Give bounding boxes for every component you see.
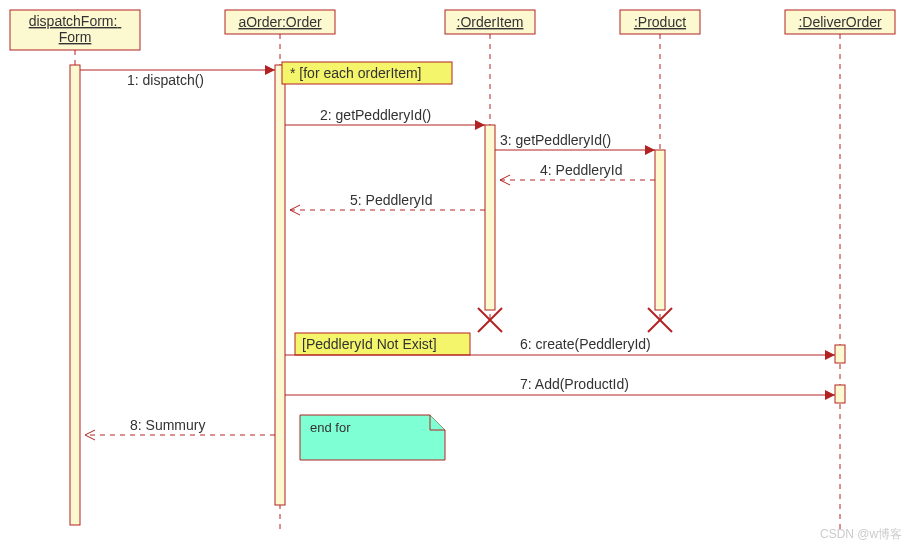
guard-loop: * [for each orderItem] [282,62,452,84]
activation-deliverorder-1 [835,345,845,363]
message-label: 6: create(PeddleryId) [520,336,651,352]
note-endfor: end for [300,415,445,460]
activation-deliverorder-2 [835,385,845,403]
message-label: 1: dispatch() [127,72,204,88]
message-getpeddleryid-product: 3: getPeddleryId() [495,132,655,155]
watermark-text: CSDN @w博客 [820,527,902,541]
svg-marker-16 [645,145,655,155]
svg-marker-25 [825,350,835,360]
message-label: 7: Add(ProductId) [520,376,629,392]
return-peddleryid-orderitem: 5: PeddleryId [290,192,485,215]
message-label: 5: PeddleryId [350,192,433,208]
return-peddleryid-product: 4: PeddleryId [500,162,655,185]
activation-aorder [275,65,285,505]
guard-peddleryid-not-exist: [PeddleryId Not Exist] [295,333,470,355]
lifeline-deliverorder: :DeliverOrder [785,10,895,530]
lifeline-label: :DeliverOrder [798,14,882,30]
message-label: 8: Summury [130,417,205,433]
message-dispatch: 1: dispatch() [80,65,275,88]
message-label: 2: getPeddleryId() [320,107,431,123]
message-add: 7: Add(ProductId) [285,376,835,400]
message-getpeddleryid-orderitem: 2: getPeddleryId() [285,107,485,130]
destroy-orderitem [478,308,502,332]
activation-orderitem [485,125,495,310]
note-label: end for [310,420,351,435]
svg-marker-14 [475,120,485,130]
lifeline-label: aOrder:Order [238,14,322,30]
activation-dispatchform [70,65,80,525]
lifeline-label: :OrderItem [457,14,524,30]
destroy-product [648,308,672,332]
svg-marker-27 [825,390,835,400]
return-summury: 8: Summury [85,417,275,440]
lifeline-label: :Product [634,14,686,30]
activation-product [655,150,665,310]
message-label: 3: getPeddleryId() [500,132,611,148]
sequence-diagram: dispatchForm: Form aOrder:Order :OrderIt… [0,0,918,542]
svg-marker-11 [265,65,275,75]
guard-label: * [for each orderItem] [290,65,422,81]
message-label: 4: PeddleryId [540,162,623,178]
guard-label: [PeddleryId Not Exist] [302,336,437,352]
